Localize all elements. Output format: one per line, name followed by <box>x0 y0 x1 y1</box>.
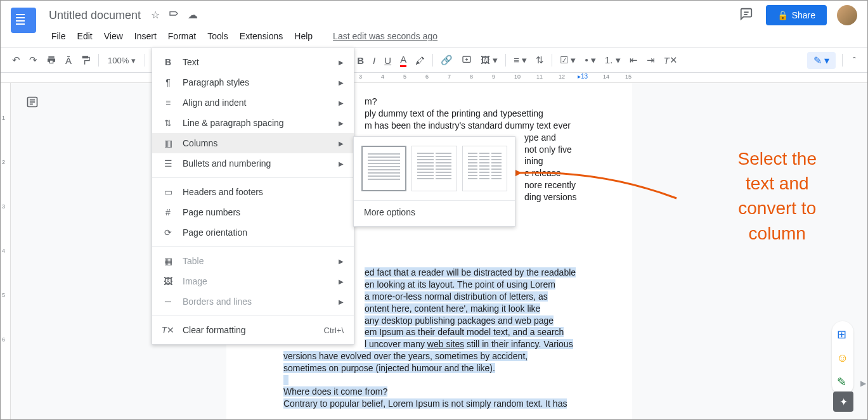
document-title[interactable]: Untitled document <box>49 9 141 22</box>
menu-align-indent[interactable]: ≡Align and indent▶ <box>152 92 354 113</box>
spellcheck-icon[interactable]: Ā <box>62 53 75 68</box>
menu-tools[interactable]: Tools <box>204 29 232 44</box>
last-edit-link[interactable]: Last edit was seconds ago <box>329 29 441 44</box>
highlight-icon[interactable]: 🖍 <box>411 53 429 68</box>
print-icon[interactable] <box>42 53 60 68</box>
menu-view[interactable]: View <box>100 29 127 44</box>
account-avatar[interactable] <box>837 5 857 25</box>
menu-columns[interactable]: ▥Columns▶ <box>152 133 354 153</box>
columns-submenu: More options <box>353 136 515 227</box>
zoom-select[interactable]: 100% ▾ <box>103 53 141 68</box>
toolbar: ↶ ↷ Ā 100% ▾ B I U A 🖍 🔗 🖼 ▾ ≡ ▾ ⇅ ☑ ▾ •… <box>1 48 867 73</box>
insert-link-icon[interactable]: 🔗 <box>437 52 457 68</box>
menu-edit[interactable]: Edit <box>74 29 96 44</box>
side-tools: ⊞ ☺ ✎ <box>832 321 853 395</box>
italic-icon[interactable]: I <box>369 53 379 68</box>
underline-icon[interactable]: U <box>380 53 395 68</box>
increase-indent-icon[interactable]: ⇥ <box>643 52 659 68</box>
insert-image-icon[interactable]: 🖼 ▾ <box>477 52 502 68</box>
text-color-icon[interactable]: A <box>396 51 410 70</box>
menu-text[interactable]: BText▶ <box>152 52 354 72</box>
menu-paragraph-styles[interactable]: ¶Paragraph styles▶ <box>152 72 354 92</box>
columns-option-2[interactable] <box>411 146 457 191</box>
star-icon[interactable]: ☆ <box>151 9 160 22</box>
clear-formatting-icon[interactable]: T✕ <box>660 52 682 68</box>
decrease-indent-icon[interactable]: ⇤ <box>626 52 642 68</box>
menu-line-spacing[interactable]: ⇅Line & paragraph spacing▶ <box>152 113 354 133</box>
menu-page-numbers[interactable]: #Page numbers <box>152 202 354 222</box>
redo-icon[interactable]: ↷ <box>25 52 41 68</box>
line-spacing-icon[interactable]: ⇅ <box>532 52 548 68</box>
hide-menus-icon[interactable]: ˆ <box>849 53 860 68</box>
horizontal-ruler[interactable]: 1 2 3 4 5 6 7 8 9 10 11 12 ▸13 14 15 <box>1 73 867 83</box>
scroll-right-icon[interactable]: ▶ <box>860 379 866 388</box>
columns-more-options[interactable]: More options <box>361 201 507 226</box>
emoji-reaction-icon[interactable]: ☺ <box>837 352 848 365</box>
move-icon[interactable] <box>169 9 179 22</box>
add-comment-icon[interactable] <box>458 53 476 68</box>
menu-file[interactable]: File <box>48 29 70 44</box>
bold-icon[interactable]: B <box>353 53 368 68</box>
format-dropdown-menu: BText▶ ¶Paragraph styles▶ ≡Align and ind… <box>152 48 354 345</box>
menu-clear-formatting[interactable]: T✕Clear formattingCtrl+\ <box>152 320 354 340</box>
menu-image: 🖼Image▶ <box>152 271 354 291</box>
menu-page-orientation[interactable]: ⟳Page orientation <box>152 222 354 243</box>
menu-format[interactable]: Format <box>164 29 200 44</box>
comment-history-icon[interactable] <box>739 7 753 23</box>
editing-mode-button[interactable]: ✎ ▾ <box>807 52 836 69</box>
add-comment-side-icon[interactable]: ⊞ <box>837 328 848 341</box>
document-outline-icon[interactable] <box>26 96 39 111</box>
vertical-ruler[interactable]: 1 2 3 4 5 6 <box>1 83 11 419</box>
menu-extensions[interactable]: Extensions <box>236 29 287 44</box>
cloud-status-icon[interactable]: ☁ <box>188 9 198 22</box>
menu-bullets-numbering[interactable]: ☰Bullets and numbering▶ <box>152 153 354 174</box>
undo-icon[interactable]: ↶ <box>8 52 24 68</box>
menu-headers-footers[interactable]: ▭Headers and footers <box>152 182 354 202</box>
share-button[interactable]: 🔒 Share <box>766 5 827 25</box>
menu-borders-lines: ─Borders and lines▶ <box>152 291 354 312</box>
menu-help[interactable]: Help <box>290 29 316 44</box>
annotation-text: Select the text and convert to column <box>737 146 817 246</box>
columns-option-1[interactable] <box>361 146 406 191</box>
bulleted-list-icon[interactable]: • ▾ <box>581 52 599 68</box>
menu-table: ▦Table▶ <box>152 251 354 271</box>
numbered-list-icon[interactable]: 1. ▾ <box>601 52 625 68</box>
lock-icon: 🔒 <box>777 10 788 20</box>
docs-logo-icon[interactable] <box>11 8 36 33</box>
align-icon[interactable]: ≡ ▾ <box>510 52 531 68</box>
paint-format-icon[interactable] <box>77 53 94 68</box>
menu-insert[interactable]: Insert <box>131 29 160 44</box>
checklist-icon[interactable]: ☑ ▾ <box>556 52 580 68</box>
suggest-edits-icon[interactable]: ✎ <box>837 375 848 389</box>
columns-option-3[interactable] <box>462 146 507 191</box>
explore-button[interactable]: ✦ <box>833 391 853 412</box>
